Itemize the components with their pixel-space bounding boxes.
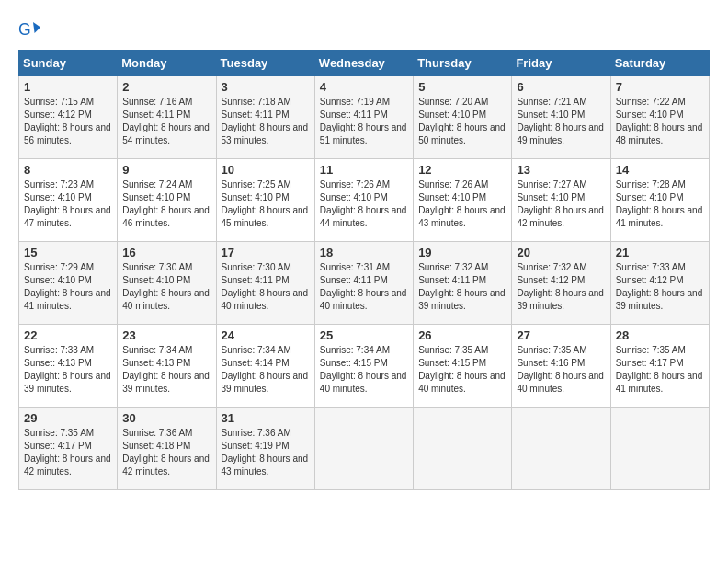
calendar-cell: 17 Sunrise: 7:30 AMSunset: 4:11 PMDaylig… [216,242,314,325]
page-header: G [18,18,710,40]
cell-content: Sunrise: 7:36 AMSunset: 4:18 PMDaylight:… [122,428,210,477]
calendar-header-row: SundayMondayTuesdayWednesdayThursdayFrid… [19,51,710,76]
calendar-cell: 6 Sunrise: 7:21 AMSunset: 4:10 PMDayligh… [512,76,610,159]
calendar-cell: 27 Sunrise: 7:35 AMSunset: 4:16 PMDaylig… [512,325,610,408]
cell-content: Sunrise: 7:25 AMSunset: 4:10 PMDaylight:… [222,179,309,228]
calendar-cell: 28 Sunrise: 7:35 AMSunset: 4:17 PMDaylig… [610,325,709,408]
day-number: 30 [122,411,210,425]
header-tuesday: Tuesday [216,51,314,76]
calendar-cell: 15 Sunrise: 7:29 AMSunset: 4:10 PMDaylig… [19,242,118,325]
cell-content: Sunrise: 7:34 AMSunset: 4:15 PMDaylight:… [320,345,407,394]
cell-content: Sunrise: 7:21 AMSunset: 4:10 PMDaylight:… [517,97,604,145]
day-number: 5 [418,80,506,94]
header-wednesday: Wednesday [314,51,413,76]
svg-text:G: G [18,20,31,39]
cell-content: Sunrise: 7:30 AMSunset: 4:11 PMDaylight:… [222,262,309,311]
cell-content: Sunrise: 7:35 AMSunset: 4:16 PMDaylight:… [517,345,604,394]
cell-content: Sunrise: 7:33 AMSunset: 4:13 PMDaylight:… [24,345,111,394]
cell-content: Sunrise: 7:34 AMSunset: 4:13 PMDaylight:… [122,345,210,394]
cell-content: Sunrise: 7:23 AMSunset: 4:10 PMDaylight:… [24,179,111,228]
day-number: 2 [122,80,210,94]
day-number: 12 [418,163,506,177]
cell-content: Sunrise: 7:35 AMSunset: 4:15 PMDaylight:… [418,345,506,394]
day-number: 20 [517,246,605,259]
day-number: 31 [222,411,310,425]
cell-content: Sunrise: 7:28 AMSunset: 4:10 PMDaylight:… [616,179,703,228]
calendar-cell [610,408,709,490]
day-number: 17 [222,246,310,259]
cell-content: Sunrise: 7:27 AMSunset: 4:10 PMDaylight:… [517,179,604,228]
day-number: 29 [24,411,112,425]
calendar-table: SundayMondayTuesdayWednesdayThursdayFrid… [18,50,710,490]
cell-content: Sunrise: 7:35 AMSunset: 4:17 PMDaylight:… [24,428,111,477]
cell-content: Sunrise: 7:15 AMSunset: 4:12 PMDaylight:… [24,97,111,145]
day-number: 10 [222,163,310,177]
calendar-cell: 31 Sunrise: 7:36 AMSunset: 4:19 PMDaylig… [216,408,314,490]
cell-content: Sunrise: 7:32 AMSunset: 4:11 PMDaylight:… [418,262,506,311]
day-number: 27 [517,328,605,342]
calendar-cell: 16 Sunrise: 7:30 AMSunset: 4:10 PMDaylig… [118,242,216,325]
cell-content: Sunrise: 7:24 AMSunset: 4:10 PMDaylight:… [122,179,210,228]
header-saturday: Saturday [610,51,709,76]
day-number: 21 [616,246,704,259]
day-number: 23 [122,328,210,342]
calendar-cell: 26 Sunrise: 7:35 AMSunset: 4:15 PMDaylig… [414,325,512,408]
day-number: 18 [320,246,408,259]
calendar-cell: 12 Sunrise: 7:26 AMSunset: 4:10 PMDaylig… [414,159,512,242]
day-number: 16 [122,246,210,259]
calendar-week-row: 15 Sunrise: 7:29 AMSunset: 4:10 PMDaylig… [19,242,710,325]
calendar-cell [414,408,512,490]
logo-icon: G [18,18,40,40]
cell-content: Sunrise: 7:34 AMSunset: 4:14 PMDaylight:… [222,345,309,394]
cell-content: Sunrise: 7:26 AMSunset: 4:10 PMDaylight:… [320,179,407,228]
cell-content: Sunrise: 7:35 AMSunset: 4:17 PMDaylight:… [616,345,703,394]
calendar-cell: 19 Sunrise: 7:32 AMSunset: 4:11 PMDaylig… [414,242,512,325]
calendar-week-row: 8 Sunrise: 7:23 AMSunset: 4:10 PMDayligh… [19,159,710,242]
svg-marker-1 [33,22,40,33]
cell-content: Sunrise: 7:26 AMSunset: 4:10 PMDaylight:… [418,179,506,228]
calendar-cell: 25 Sunrise: 7:34 AMSunset: 4:15 PMDaylig… [314,325,413,408]
calendar-body: 1 Sunrise: 7:15 AMSunset: 4:12 PMDayligh… [19,76,710,490]
calendar-cell: 4 Sunrise: 7:19 AMSunset: 4:11 PMDayligh… [314,76,413,159]
cell-content: Sunrise: 7:29 AMSunset: 4:10 PMDaylight:… [24,262,111,311]
day-number: 13 [517,163,605,177]
day-number: 28 [616,328,704,342]
calendar-cell: 7 Sunrise: 7:22 AMSunset: 4:10 PMDayligh… [610,76,709,159]
day-number: 7 [616,80,704,94]
cell-content: Sunrise: 7:19 AMSunset: 4:11 PMDaylight:… [320,97,407,145]
header-thursday: Thursday [414,51,512,76]
calendar-cell: 10 Sunrise: 7:25 AMSunset: 4:10 PMDaylig… [216,159,314,242]
cell-content: Sunrise: 7:18 AMSunset: 4:11 PMDaylight:… [222,97,309,145]
calendar-cell: 11 Sunrise: 7:26 AMSunset: 4:10 PMDaylig… [314,159,413,242]
cell-content: Sunrise: 7:16 AMSunset: 4:11 PMDaylight:… [122,97,210,145]
calendar-week-row: 1 Sunrise: 7:15 AMSunset: 4:12 PMDayligh… [19,76,710,159]
calendar-cell: 20 Sunrise: 7:32 AMSunset: 4:12 PMDaylig… [512,242,610,325]
day-number: 15 [24,246,112,259]
header-monday: Monday [118,51,216,76]
calendar-cell: 22 Sunrise: 7:33 AMSunset: 4:13 PMDaylig… [19,325,118,408]
day-number: 19 [418,246,506,259]
calendar-cell: 24 Sunrise: 7:34 AMSunset: 4:14 PMDaylig… [216,325,314,408]
day-number: 8 [24,163,112,177]
day-number: 14 [616,163,704,177]
calendar-cell: 14 Sunrise: 7:28 AMSunset: 4:10 PMDaylig… [610,159,709,242]
day-number: 25 [320,328,408,342]
day-number: 26 [418,328,506,342]
day-number: 6 [517,80,605,94]
calendar-cell: 9 Sunrise: 7:24 AMSunset: 4:10 PMDayligh… [118,159,216,242]
day-number: 9 [122,163,210,177]
cell-content: Sunrise: 7:33 AMSunset: 4:12 PMDaylight:… [616,262,703,311]
cell-content: Sunrise: 7:30 AMSunset: 4:10 PMDaylight:… [122,262,210,311]
calendar-cell: 3 Sunrise: 7:18 AMSunset: 4:11 PMDayligh… [216,76,314,159]
day-number: 24 [222,328,310,342]
calendar-cell: 2 Sunrise: 7:16 AMSunset: 4:11 PMDayligh… [118,76,216,159]
calendar-cell: 1 Sunrise: 7:15 AMSunset: 4:12 PMDayligh… [19,76,118,159]
calendar-cell: 21 Sunrise: 7:33 AMSunset: 4:12 PMDaylig… [610,242,709,325]
logo[interactable]: G [18,18,44,40]
header-friday: Friday [512,51,610,76]
calendar-cell: 8 Sunrise: 7:23 AMSunset: 4:10 PMDayligh… [19,159,118,242]
cell-content: Sunrise: 7:20 AMSunset: 4:10 PMDaylight:… [418,97,506,145]
calendar-week-row: 29 Sunrise: 7:35 AMSunset: 4:17 PMDaylig… [19,408,710,490]
calendar-cell: 5 Sunrise: 7:20 AMSunset: 4:10 PMDayligh… [414,76,512,159]
day-number: 3 [222,80,310,94]
